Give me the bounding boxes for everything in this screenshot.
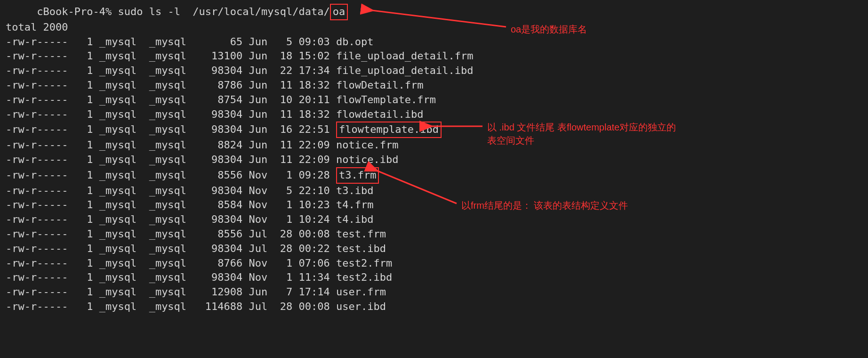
file-row-meta: -rw-r----- 1 _mysql _mysql 12908 Jun 7 1…: [6, 286, 336, 298]
file-row-meta: -rw-r----- 1 _mysql _mysql 8556 Nov 1 09…: [6, 169, 336, 181]
file-listing: -rw-r----- 1 _mysql _mysql 65 Jun 5 09:0…: [6, 35, 862, 314]
annotation-ibd-line2: 表空间文件: [487, 134, 676, 147]
file-row-meta: -rw-r----- 1 _mysql _mysql 65 Jun 5 09:0…: [6, 36, 336, 48]
file-row-meta: -rw-r----- 1 _mysql _mysql 98304 Jun 11 …: [6, 108, 336, 120]
prompt-line: cBook-Pro-4% sudo ls -l /usr/local/mysql…: [6, 4, 862, 20]
host-prefix: cBook-Pro-4%: [6, 6, 118, 17]
file-row: -rw-r----- 1 _mysql _mysql 65 Jun 5 09:0…: [6, 35, 862, 49]
total-line: total 2000: [6, 20, 862, 35]
file-row: -rw-r----- 1 _mysql _mysql 98304 Nov 1 1…: [6, 212, 862, 227]
file-row-meta: -rw-r----- 1 _mysql _mysql 98304 Jun 22 …: [6, 65, 336, 76]
file-row: -rw-r----- 1 _mysql _mysql 8766 Nov 1 07…: [6, 256, 862, 271]
file-name: test2.ibd: [336, 271, 392, 283]
file-name: db.opt: [336, 36, 373, 48]
file-row: -rw-r----- 1 _mysql _mysql 98304 Jul 28 …: [6, 242, 862, 256]
file-row: -rw-r----- 1 _mysql _mysql 8556 Jul 28 0…: [6, 227, 862, 242]
highlight-oa: oa: [330, 4, 348, 20]
file-row: -rw-r----- 1 _mysql _mysql 114688 Jul 28…: [6, 300, 862, 314]
file-row-meta: -rw-r----- 1 _mysql _mysql 13100 Jun 18 …: [6, 50, 336, 62]
file-name: test.frm: [336, 228, 386, 240]
file-name: flowdetail.ibd: [336, 108, 423, 120]
file-row-meta: -rw-r----- 1 _mysql _mysql 98304 Nov 5 2…: [6, 185, 336, 196]
file-name: user.ibd: [336, 301, 386, 312]
file-row: -rw-r----- 1 _mysql _mysql 98304 Jun 16 …: [6, 122, 862, 138]
file-row: -rw-r----- 1 _mysql _mysql 8584 Nov 1 10…: [6, 198, 862, 212]
file-row: -rw-r----- 1 _mysql _mysql 12908 Jun 7 1…: [6, 285, 862, 300]
file-row: -rw-r----- 1 _mysql _mysql 8824 Jun 11 2…: [6, 138, 862, 153]
file-row-meta: -rw-r----- 1 _mysql _mysql 98304 Jul 28 …: [6, 243, 336, 254]
file-name: flowtemplate.ibd: [336, 122, 442, 138]
file-row-meta: -rw-r----- 1 _mysql _mysql 98304 Nov 1 1…: [6, 213, 336, 225]
file-name: flowTemplate.frm: [336, 94, 436, 106]
file-name: user.frm: [336, 286, 386, 298]
file-name: t4.frm: [336, 199, 373, 211]
file-row: -rw-r----- 1 _mysql _mysql 98304 Nov 5 2…: [6, 184, 862, 198]
annotation-oa: oa是我的数据库名: [511, 23, 587, 36]
file-name: file_upload_detail.frm: [336, 50, 473, 62]
file-row: -rw-r----- 1 _mysql _mysql 98304 Nov 1 1…: [6, 270, 862, 285]
command-text: sudo ls -l /usr/local/mysql/data/: [118, 6, 330, 17]
file-name: t3.frm: [336, 167, 379, 184]
file-row-meta: -rw-r----- 1 _mysql _mysql 8584 Nov 1 10…: [6, 199, 336, 211]
file-row: -rw-r----- 1 _mysql _mysql 98304 Jun 11 …: [6, 107, 862, 122]
file-row-meta: -rw-r----- 1 _mysql _mysql 98304 Jun 16 …: [6, 123, 336, 135]
file-name: t4.ibd: [336, 213, 373, 225]
file-name: test2.frm: [336, 257, 392, 269]
file-row: -rw-r----- 1 _mysql _mysql 98304 Jun 11 …: [6, 153, 862, 167]
file-row: -rw-r----- 1 _mysql _mysql 8556 Nov 1 09…: [6, 167, 862, 184]
file-row: -rw-r----- 1 _mysql _mysql 98304 Jun 22 …: [6, 64, 862, 78]
file-name: file_upload_detail.ibd: [336, 65, 473, 76]
annotation-ibd-line1: 以 .ibd 文件结尾 表flowtemplate对应的独立的: [487, 121, 676, 134]
file-row: -rw-r----- 1 _mysql _mysql 13100 Jun 18 …: [6, 49, 862, 64]
file-row: -rw-r----- 1 _mysql _mysql 8786 Jun 11 1…: [6, 78, 862, 93]
file-name: notice.ibd: [336, 154, 398, 165]
file-row-meta: -rw-r----- 1 _mysql _mysql 8766 Nov 1 07…: [6, 257, 336, 269]
file-name: flowDetail.frm: [336, 79, 423, 91]
file-row-meta: -rw-r----- 1 _mysql _mysql 98304 Jun 11 …: [6, 154, 336, 165]
file-row-meta: -rw-r----- 1 _mysql _mysql 8824 Jun 11 2…: [6, 139, 336, 151]
file-row-meta: -rw-r----- 1 _mysql _mysql 8754 Jun 10 2…: [6, 94, 336, 106]
file-name: t3.ibd: [336, 185, 373, 196]
file-row-meta: -rw-r----- 1 _mysql _mysql 114688 Jul 28…: [6, 301, 336, 312]
file-row-meta: -rw-r----- 1 _mysql _mysql 98304 Nov 1 1…: [6, 271, 336, 283]
annotation-frm: 以frm结尾的是： 该表的表结构定义文件: [461, 199, 628, 212]
file-name: notice.frm: [336, 139, 398, 151]
file-name: test.ibd: [336, 243, 386, 254]
annotation-ibd: 以 .ibd 文件结尾 表flowtemplate对应的独立的 表空间文件: [487, 121, 676, 147]
file-row-meta: -rw-r----- 1 _mysql _mysql 8786 Jun 11 1…: [6, 79, 336, 91]
file-row-meta: -rw-r----- 1 _mysql _mysql 8556 Jul 28 0…: [6, 228, 336, 240]
file-row: -rw-r----- 1 _mysql _mysql 8754 Jun 10 2…: [6, 93, 862, 107]
